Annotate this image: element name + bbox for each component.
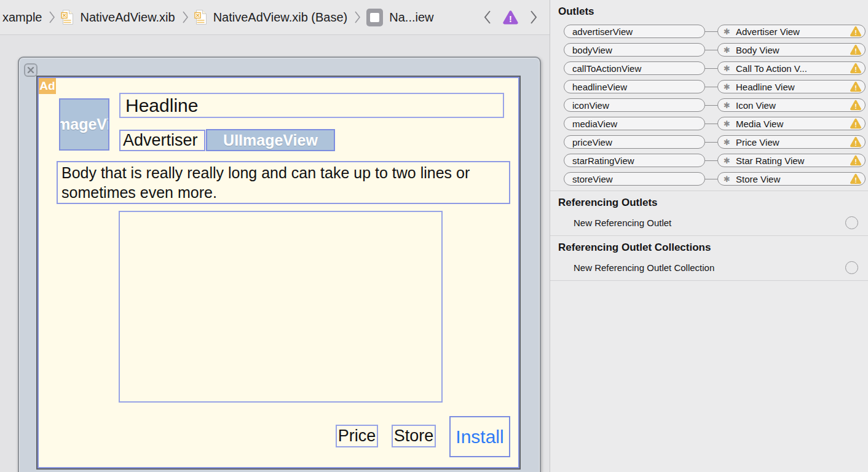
outlet-connection-row: iconView✱Icon View! xyxy=(564,98,868,112)
forward-chevron-icon[interactable] xyxy=(530,9,538,25)
referencing-outlet-collections-title: Referencing Outlet Collections xyxy=(558,236,868,254)
body-label[interactable]: Body that is really really long and can … xyxy=(57,161,510,204)
connection-line xyxy=(705,160,717,161)
outlet-name-pill[interactable]: iconView xyxy=(564,98,705,112)
outlet-name: callToActionView xyxy=(572,63,641,74)
connection-anchor-icon: ✱ xyxy=(724,27,736,36)
outlet-target-pill[interactable]: ✱Icon View! xyxy=(717,98,866,112)
connection-anchor-icon: ✱ xyxy=(724,138,736,147)
xcode-interface-builder: xampleNativeAdView.xibNativeAdView.xib (… xyxy=(0,0,868,472)
section-divider xyxy=(550,280,868,281)
connection-line xyxy=(705,31,717,32)
warning-icon: ! xyxy=(850,44,862,55)
warning-icon: ! xyxy=(850,81,862,92)
store-label[interactable]: Store xyxy=(392,425,436,447)
outlet-name: priceView xyxy=(572,137,612,148)
warning-icon: ! xyxy=(850,100,862,111)
new-referencing-outlet-collection-row: New Referencing Outlet Collection xyxy=(574,261,858,274)
svg-text:!: ! xyxy=(854,176,857,184)
new-referencing-outlet-collection-label: New Referencing Outlet Collection xyxy=(574,262,714,273)
outlet-target: Icon View xyxy=(736,100,850,111)
outlet-target-pill[interactable]: ✱Media View! xyxy=(717,117,866,130)
connection-line xyxy=(705,50,717,50)
call-to-action-button[interactable]: Install xyxy=(449,416,510,457)
connection-anchor-icon: ✱ xyxy=(724,156,736,165)
connection-well-icon[interactable] xyxy=(845,216,858,229)
warning-icon: ! xyxy=(850,26,862,37)
media-view[interactable] xyxy=(119,211,443,403)
connection-well-icon[interactable] xyxy=(845,261,858,274)
advertiser-label[interactable]: Advertiser xyxy=(119,130,205,151)
referencing-outlets-title: Referencing Outlets xyxy=(558,191,868,209)
outlet-target-pill[interactable]: ✱Headline View! xyxy=(717,80,866,93)
new-referencing-outlet-row: New Referencing Outlet xyxy=(574,216,858,229)
outlet-target: Advertiser View xyxy=(736,26,850,37)
outlet-name: headlineView xyxy=(572,82,627,92)
svg-text:!: ! xyxy=(854,66,857,73)
connections-inspector-panel: Outlets advertiserView✱Advertiser View!b… xyxy=(550,0,868,472)
connection-anchor-icon: ✱ xyxy=(724,64,736,73)
svg-text:!: ! xyxy=(854,140,857,147)
warning-issue-icon[interactable]: ! xyxy=(502,10,519,25)
outlet-target: Store View xyxy=(736,174,850,184)
connection-line xyxy=(705,68,717,69)
outlet-connection-row: advertiserView✱Advertiser View! xyxy=(564,25,868,38)
connection-anchor-icon: ✱ xyxy=(724,175,736,184)
star-rating-image-view[interactable]: UIImageView xyxy=(206,129,335,151)
outlet-name-pill[interactable]: storeView xyxy=(564,172,705,186)
breadcrumb-item[interactable]: NativeAdView.xib (Base) xyxy=(213,10,348,25)
warning-icon: ! xyxy=(850,136,862,148)
xib-file-icon xyxy=(61,9,74,25)
breadcrumb: xampleNativeAdView.xibNativeAdView.xib (… xyxy=(0,0,550,35)
connection-anchor-icon: ✱ xyxy=(724,82,736,92)
outlet-name-pill[interactable]: mediaView xyxy=(564,117,705,130)
outlet-name: iconView xyxy=(572,100,609,111)
breadcrumb-separator-icon xyxy=(182,10,189,25)
outlet-name-pill[interactable]: bodyView xyxy=(564,43,705,57)
outlet-name: bodyView xyxy=(572,45,612,55)
outlet-target-pill[interactable]: ✱Body View! xyxy=(717,43,866,57)
outlet-connection-row: starRatingView✱Star Rating View! xyxy=(564,154,868,167)
outlet-name: storeView xyxy=(572,174,613,184)
connection-anchor-icon: ✱ xyxy=(724,101,736,110)
svg-text:!: ! xyxy=(854,121,857,128)
outlet-name-pill[interactable]: starRatingView xyxy=(564,154,705,167)
breadcrumb-separator-icon xyxy=(354,10,361,25)
native-ad-view-canvas[interactable]: Ad UIImageView Headline Advertiser UIIma… xyxy=(36,76,521,470)
outlet-target-pill[interactable]: ✱Price View! xyxy=(717,135,866,149)
svg-text:!: ! xyxy=(854,158,857,165)
outlet-target-pill[interactable]: ✱Advertiser View! xyxy=(717,25,866,38)
warning-icon: ! xyxy=(850,118,862,129)
xib-design-window: Ad UIImageView Headline Advertiser UIIma… xyxy=(18,57,541,472)
breadcrumb-item[interactable]: xample xyxy=(2,10,42,25)
outlet-connection-row: mediaView✱Media View! xyxy=(564,117,868,130)
outlet-target-pill[interactable]: ✱Call To Action V...! xyxy=(717,61,866,75)
outlet-name-pill[interactable]: callToActionView xyxy=(564,61,705,75)
outlet-target-pill[interactable]: ✱Star Rating View! xyxy=(717,154,866,167)
icon-image-view[interactable]: UIImageView xyxy=(59,98,109,151)
outlets-list: advertiserView✱Advertiser View!bodyView✱… xyxy=(550,25,868,186)
outlet-name-pill[interactable]: priceView xyxy=(564,135,705,149)
back-chevron-icon[interactable] xyxy=(483,9,491,25)
headline-label[interactable]: Headline xyxy=(119,93,504,118)
outlet-target: Call To Action V... xyxy=(736,63,850,74)
outlet-target-pill[interactable]: ✱Store View! xyxy=(717,172,866,186)
close-view-button[interactable] xyxy=(24,63,37,77)
outlet-target: Body View xyxy=(736,45,850,55)
svg-text:!: ! xyxy=(854,84,857,92)
view-object-icon xyxy=(366,9,383,26)
outlet-target: Headline View xyxy=(736,82,850,92)
connection-line xyxy=(705,87,717,87)
warning-icon: ! xyxy=(850,155,862,166)
breadcrumb-item[interactable]: Na...iew xyxy=(389,10,433,25)
outlet-connection-row: bodyView✱Body View! xyxy=(564,43,868,57)
outlet-connection-row: priceView✱Price View! xyxy=(564,135,868,149)
outlet-name-pill[interactable]: advertiserView xyxy=(564,25,705,38)
ad-attribution-badge[interactable]: Ad xyxy=(39,78,56,94)
breadcrumb-item[interactable]: NativeAdView.xib xyxy=(80,10,175,25)
connection-line xyxy=(705,142,717,143)
outlet-target: Media View xyxy=(736,119,850,129)
svg-text:!: ! xyxy=(854,47,857,55)
price-label[interactable]: Price xyxy=(336,425,378,447)
outlet-name-pill[interactable]: headlineView xyxy=(564,80,705,93)
